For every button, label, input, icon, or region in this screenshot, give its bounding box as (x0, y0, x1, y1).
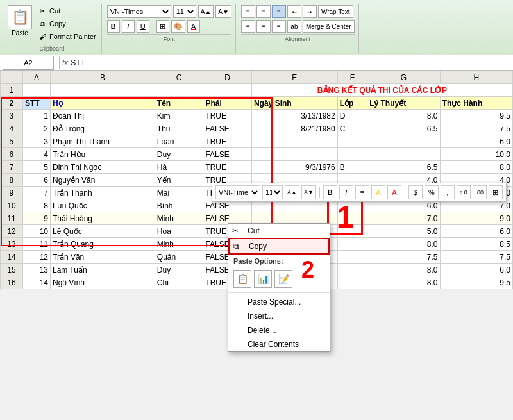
cell-b10[interactable]: Lưu Quốc (51, 199, 155, 212)
cell-a11[interactable]: 9 (22, 212, 50, 225)
cell-c10[interactable]: Bình (155, 199, 203, 212)
cell-f7[interactable]: B (337, 161, 367, 174)
cell-g12[interactable]: 5.0 (367, 225, 440, 238)
cell-f2[interactable]: Lớp (337, 97, 367, 110)
cell-c6[interactable]: Duy (155, 148, 203, 161)
cell-f13[interactable] (337, 238, 367, 251)
format-painter-button[interactable]: 🖌 Format Painter (36, 31, 97, 42)
cell-b3[interactable]: Đoàn Thị (51, 110, 155, 122)
col-header-e[interactable]: E (251, 71, 337, 84)
cell-a15[interactable]: 13 (22, 264, 50, 276)
orient-button[interactable]: ab (287, 20, 301, 33)
cell-e2[interactable]: Ngày Sinh (251, 97, 337, 110)
cell-a5[interactable]: 3 (22, 135, 50, 148)
align-top-right-button[interactable]: ≡ (272, 5, 286, 18)
cell-g3[interactable]: 8.0 (367, 110, 440, 122)
cell-h13[interactable]: 8.5 (440, 238, 512, 251)
cell-b13[interactable]: Trần Quang (51, 238, 155, 251)
bold-button[interactable]: B (107, 20, 120, 33)
mini-bold-button[interactable]: B (323, 185, 337, 199)
cell-g7[interactable]: 6.5 (367, 161, 440, 174)
mini-inc-decimal-button[interactable]: .00 (473, 185, 487, 199)
cell-h12[interactable]: 6.0 (440, 225, 512, 238)
mini-dec-decimal-button[interactable]: ↑.0 (457, 185, 471, 199)
cell-f16[interactable] (337, 276, 367, 289)
cell-h11[interactable]: 9.0 (440, 212, 512, 225)
fill-color-button[interactable]: 🎨 (171, 20, 185, 33)
cell-g16[interactable]: 8.0 (367, 276, 440, 289)
name-box[interactable]: A2 (3, 56, 54, 70)
font-size-select[interactable]: 11 (173, 5, 196, 18)
cell-e5[interactable] (251, 135, 337, 148)
cell-b4[interactable]: Đỗ Trọng (51, 122, 155, 135)
mini-size-select[interactable]: 11 (262, 185, 283, 199)
cut-button[interactable]: ✂ Cut (36, 5, 97, 17)
cell-f3[interactable]: D (337, 110, 367, 122)
cell-e3[interactable]: 3/13/1982 (251, 110, 337, 122)
cell-c11[interactable]: Minh (155, 212, 203, 225)
cell-b6[interactable]: Trần Hữu (51, 148, 155, 161)
paste-opt-1[interactable]: 📋 (233, 270, 251, 288)
italic-button[interactable]: I (122, 20, 135, 33)
cell-e6[interactable] (251, 148, 337, 161)
font-color-button[interactable]: A (187, 20, 200, 33)
cell-e7[interactable]: 9/3/1976 (251, 161, 337, 174)
cell-a13[interactable]: 11 (22, 238, 50, 251)
cell-c7[interactable]: Hà (155, 161, 203, 174)
cell-h14[interactable]: 7.5 (440, 251, 512, 264)
cell-c4[interactable]: Thu (155, 122, 203, 135)
cell-b15[interactable]: Lâm Tuấn (51, 264, 155, 276)
underline-button[interactable]: U (137, 20, 149, 33)
cell-c12[interactable]: Hoa (155, 225, 203, 238)
cell-a9[interactable]: 7 (22, 187, 50, 199)
wrap-text-button[interactable]: Wrap Text (318, 5, 353, 18)
cell-h6[interactable]: 10.0 (440, 148, 512, 161)
align-center-button[interactable]: ≡ (256, 20, 271, 33)
cell-f14[interactable] (337, 251, 367, 264)
col-header-d[interactable]: D (203, 71, 252, 84)
cell-g14[interactable]: 7.5 (367, 251, 440, 264)
cell-b2[interactable]: Họ (51, 97, 155, 110)
cell-c14[interactable]: Quân (155, 251, 203, 264)
cell-c2[interactable]: Tên (155, 97, 203, 110)
formula-input[interactable]: STT (71, 58, 513, 67)
cell-g15[interactable]: 8.0 (367, 264, 440, 276)
align-right-button[interactable]: ≡ (272, 20, 286, 33)
cell-g5[interactable] (367, 135, 440, 148)
cell-b12[interactable]: Lê Quốc (51, 225, 155, 238)
cell-g6[interactable] (367, 148, 440, 161)
col-header-c[interactable]: C (155, 71, 203, 84)
mini-percent-button[interactable]: % (425, 185, 439, 199)
cell-b7[interactable]: Đinh Thị Ngọc (51, 161, 155, 174)
col-header-a[interactable]: A (22, 71, 50, 84)
mini-comma-button[interactable]: , (441, 185, 455, 199)
mini-font-color-button[interactable]: A (387, 185, 401, 199)
cell-c9[interactable]: Mai (155, 187, 203, 199)
ctx-delete[interactable]: Delete... (228, 323, 330, 337)
cell-d2[interactable]: Phái (203, 97, 252, 110)
borders-button[interactable]: ⊞ (156, 20, 169, 33)
cell-c13[interactable]: Minh (155, 238, 203, 251)
cell-e1-title[interactable]: BẢNG KẾT QUẢ THI CỦA CÁC LỚP (251, 84, 512, 97)
cell-c1[interactable] (155, 84, 203, 97)
cell-a6[interactable]: 4 (22, 148, 50, 161)
cell-h3[interactable]: 9.5 (440, 110, 512, 122)
cell-b9[interactable]: Trần Thanh (51, 187, 155, 199)
merge-center-button[interactable]: Merge & Center (303, 20, 355, 33)
cell-b5[interactable]: Phạm Thị Thanh (51, 135, 155, 148)
cell-b16[interactable]: Ngô Vĩnh (51, 276, 155, 289)
cell-h4[interactable]: 7.5 (440, 122, 512, 135)
cell-b14[interactable]: Trần Văn (51, 251, 155, 264)
align-top-left-button[interactable]: ≡ (241, 5, 255, 18)
cell-h5[interactable]: 6.0 (440, 135, 512, 148)
indent-decrease-button[interactable]: ⇤ (287, 5, 301, 18)
cell-g2[interactable]: Lý Thuyết (367, 97, 440, 110)
cell-d6[interactable]: FALSE (203, 148, 252, 161)
copy-button[interactable]: ⧉ Copy (36, 18, 97, 29)
mini-dollar-button[interactable]: $ (408, 185, 423, 199)
cell-a12[interactable]: 10 (22, 225, 50, 238)
mini-align-button[interactable]: ≡ (355, 185, 369, 199)
col-header-g[interactable]: G (367, 71, 440, 84)
cell-b11[interactable]: Thái Hoàng (51, 212, 155, 225)
cell-a14[interactable]: 12 (22, 251, 50, 264)
